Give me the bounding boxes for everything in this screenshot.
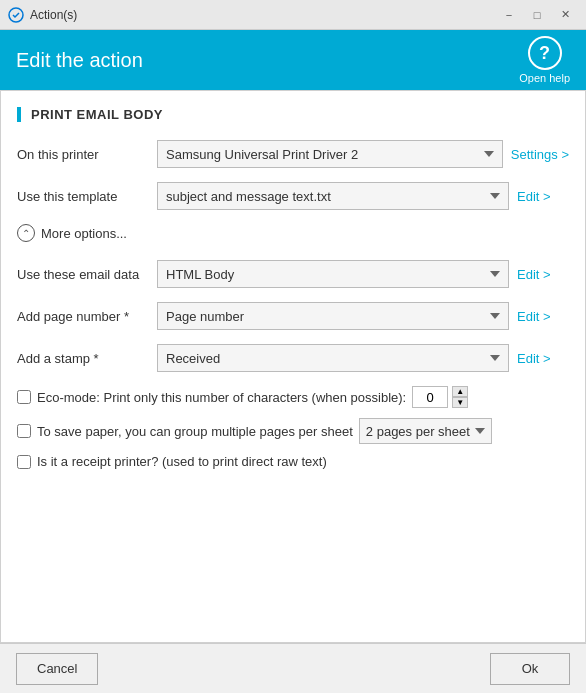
minimize-button[interactable]: − (496, 5, 522, 25)
page-title: Edit the action (16, 49, 143, 72)
eco-mode-checkbox[interactable] (17, 390, 31, 404)
close-button[interactable]: ✕ (552, 5, 578, 25)
email-data-edit-link[interactable]: Edit > (517, 267, 569, 282)
printer-row: On this printer Samsung Universal Print … (17, 140, 569, 168)
more-options-label: More options... (41, 226, 127, 241)
header: Edit the action ? Open help (0, 30, 586, 90)
save-paper-row: To save paper, you can group multiple pa… (17, 418, 569, 444)
eco-mode-row: Eco-mode: Print only this number of char… (17, 386, 569, 408)
maximize-button[interactable]: □ (524, 5, 550, 25)
stamp-select[interactable]: Received (157, 344, 509, 372)
email-data-label: Use these email data (17, 267, 157, 282)
pages-per-sheet-select[interactable]: 2 pages per sheet (359, 418, 492, 444)
save-paper-checkbox[interactable] (17, 424, 31, 438)
template-select[interactable]: subject and message text.txt (157, 182, 509, 210)
eco-input-area: ▲ ▼ (412, 386, 468, 408)
receipt-printer-label: Is it a receipt printer? (used to print … (37, 454, 327, 469)
ok-button[interactable]: Ok (490, 653, 570, 685)
page-number-edit-link[interactable]: Edit > (517, 309, 569, 324)
printer-settings-link[interactable]: Settings > (511, 147, 569, 162)
email-data-control-area: HTML Body Edit > (157, 260, 569, 288)
receipt-printer-checkbox[interactable] (17, 455, 31, 469)
template-label: Use this template (17, 189, 157, 204)
footer: Cancel Ok (0, 643, 586, 693)
cancel-button[interactable]: Cancel (16, 653, 98, 685)
save-paper-label: To save paper, you can group multiple pa… (37, 424, 353, 439)
page-number-row: Add page number * Page number Edit > (17, 302, 569, 330)
stamp-row: Add a stamp * Received Edit > (17, 344, 569, 372)
main-content: PRINT EMAIL BODY On this printer Samsung… (0, 90, 586, 643)
eco-number-input[interactable] (412, 386, 448, 408)
window-title: Action(s) (30, 8, 496, 22)
open-help-button[interactable]: ? Open help (519, 36, 570, 84)
app-icon (8, 7, 24, 23)
eco-spinner: ▲ ▼ (452, 386, 468, 408)
help-label: Open help (519, 72, 570, 84)
template-control-area: subject and message text.txt Edit > (157, 182, 569, 210)
help-icon: ? (528, 36, 562, 70)
more-options-toggle[interactable]: ⌃ More options... (17, 224, 569, 242)
page-number-control-area: Page number Edit > (157, 302, 569, 330)
printer-label: On this printer (17, 147, 157, 162)
eco-mode-label: Eco-mode: Print only this number of char… (37, 390, 406, 405)
eco-spinner-up[interactable]: ▲ (452, 386, 468, 397)
page-number-label: Add page number * (17, 309, 157, 324)
email-data-row: Use these email data HTML Body Edit > (17, 260, 569, 288)
title-bar: Action(s) − □ ✕ (0, 0, 586, 30)
template-row: Use this template subject and message te… (17, 182, 569, 210)
page-number-select[interactable]: Page number (157, 302, 509, 330)
section-title: PRINT EMAIL BODY (17, 107, 569, 122)
stamp-control-area: Received Edit > (157, 344, 569, 372)
receipt-printer-row: Is it a receipt printer? (used to print … (17, 454, 569, 469)
stamp-label: Add a stamp * (17, 351, 157, 366)
eco-spinner-down[interactable]: ▼ (452, 397, 468, 408)
stamp-edit-link[interactable]: Edit > (517, 351, 569, 366)
template-edit-link[interactable]: Edit > (517, 189, 569, 204)
email-data-select[interactable]: HTML Body (157, 260, 509, 288)
printer-control-area: Samsung Universal Print Driver 2 Setting… (157, 140, 569, 168)
printer-select[interactable]: Samsung Universal Print Driver 2 (157, 140, 503, 168)
chevron-up-icon: ⌃ (17, 224, 35, 242)
window-controls: − □ ✕ (496, 5, 578, 25)
